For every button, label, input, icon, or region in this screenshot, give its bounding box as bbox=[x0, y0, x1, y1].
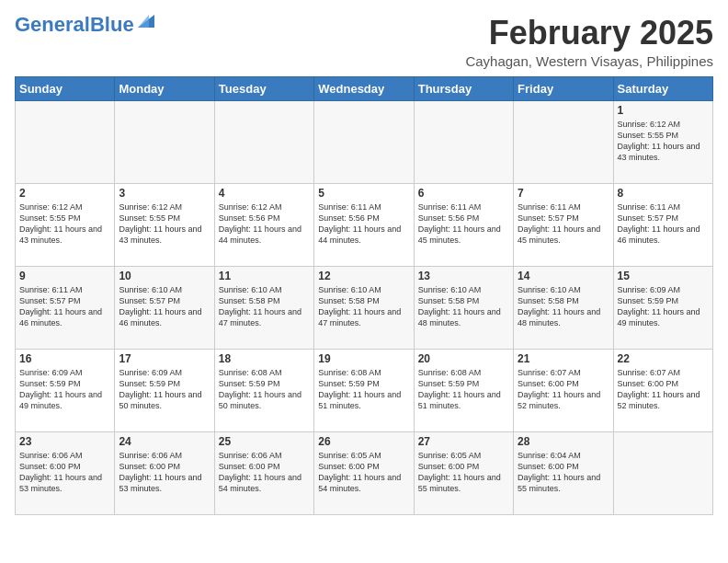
calendar-cell: 3Sunrise: 6:12 AMSunset: 5:55 PMDaylight… bbox=[115, 183, 214, 266]
cell-info: Sunrise: 6:05 AMSunset: 6:00 PMDaylight:… bbox=[418, 451, 501, 493]
day-number: 5 bbox=[318, 187, 409, 200]
cell-info: Sunrise: 6:08 AMSunset: 5:59 PMDaylight:… bbox=[219, 368, 301, 410]
logo: GeneralBlue bbox=[15, 15, 156, 35]
day-number: 18 bbox=[219, 352, 310, 365]
calendar-cell: 13Sunrise: 6:10 AMSunset: 5:58 PMDayligh… bbox=[414, 266, 513, 349]
cell-info: Sunrise: 6:10 AMSunset: 5:58 PMDaylight:… bbox=[518, 285, 600, 327]
cell-info: Sunrise: 6:07 AMSunset: 6:00 PMDaylight:… bbox=[618, 368, 700, 410]
day-number: 23 bbox=[19, 435, 110, 448]
page-header: GeneralBlue February 2025 Cayhagan, West… bbox=[15, 15, 713, 69]
calendar-cell: 11Sunrise: 6:10 AMSunset: 5:58 PMDayligh… bbox=[214, 266, 313, 349]
calendar-cell: 12Sunrise: 6:10 AMSunset: 5:58 PMDayligh… bbox=[314, 266, 414, 349]
calendar-cell: 22Sunrise: 6:07 AMSunset: 6:00 PMDayligh… bbox=[613, 349, 712, 431]
cell-info: Sunrise: 6:09 AMSunset: 5:59 PMDaylight:… bbox=[119, 368, 201, 410]
calendar-week-row: 2Sunrise: 6:12 AMSunset: 5:55 PMDaylight… bbox=[16, 183, 713, 266]
calendar-cell: 19Sunrise: 6:08 AMSunset: 5:59 PMDayligh… bbox=[314, 349, 414, 431]
calendar-cell: 14Sunrise: 6:10 AMSunset: 5:58 PMDayligh… bbox=[514, 266, 613, 349]
calendar-cell: 20Sunrise: 6:08 AMSunset: 5:59 PMDayligh… bbox=[414, 349, 513, 431]
calendar-cell: 15Sunrise: 6:09 AMSunset: 5:59 PMDayligh… bbox=[613, 266, 712, 349]
calendar-cell: 4Sunrise: 6:12 AMSunset: 5:56 PMDaylight… bbox=[214, 183, 313, 266]
day-number: 24 bbox=[119, 435, 210, 448]
day-number: 14 bbox=[518, 270, 609, 282]
calendar-cell bbox=[414, 100, 513, 183]
cell-info: Sunrise: 6:07 AMSunset: 6:00 PMDaylight:… bbox=[518, 368, 600, 410]
cell-info: Sunrise: 6:11 AMSunset: 5:56 PMDaylight:… bbox=[418, 202, 501, 245]
cell-info: Sunrise: 6:08 AMSunset: 5:59 PMDaylight:… bbox=[318, 368, 401, 410]
cell-info: Sunrise: 6:11 AMSunset: 5:57 PMDaylight:… bbox=[19, 285, 102, 327]
day-number: 28 bbox=[518, 435, 609, 448]
weekday-header-friday: Friday bbox=[514, 76, 613, 100]
day-number: 8 bbox=[618, 187, 709, 200]
cell-info: Sunrise: 6:06 AMSunset: 6:00 PMDaylight:… bbox=[19, 451, 102, 493]
day-number: 1 bbox=[618, 104, 709, 117]
cell-info: Sunrise: 6:09 AMSunset: 5:59 PMDaylight:… bbox=[618, 285, 700, 327]
cell-info: Sunrise: 6:10 AMSunset: 5:58 PMDaylight:… bbox=[219, 285, 301, 327]
calendar-cell bbox=[314, 100, 414, 183]
day-number: 3 bbox=[119, 187, 210, 200]
day-number: 16 bbox=[19, 352, 110, 365]
weekday-header-wednesday: Wednesday bbox=[314, 76, 414, 100]
cell-info: Sunrise: 6:09 AMSunset: 5:59 PMDaylight:… bbox=[19, 368, 102, 410]
day-number: 19 bbox=[318, 352, 409, 365]
calendar-cell: 17Sunrise: 6:09 AMSunset: 5:59 PMDayligh… bbox=[115, 349, 214, 431]
calendar-cell bbox=[514, 100, 613, 183]
calendar-cell: 7Sunrise: 6:11 AMSunset: 5:57 PMDaylight… bbox=[514, 183, 613, 266]
weekday-header-saturday: Saturday bbox=[613, 76, 712, 100]
calendar-cell: 18Sunrise: 6:08 AMSunset: 5:59 PMDayligh… bbox=[214, 349, 313, 431]
cell-info: Sunrise: 6:10 AMSunset: 5:58 PMDaylight:… bbox=[418, 285, 501, 327]
cell-info: Sunrise: 6:12 AMSunset: 5:55 PMDaylight:… bbox=[618, 120, 700, 162]
title-block: February 2025 Cayhagan, Western Visayas,… bbox=[465, 15, 713, 69]
day-number: 22 bbox=[618, 352, 709, 365]
day-number: 21 bbox=[518, 352, 609, 365]
calendar-cell: 28Sunrise: 6:04 AMSunset: 6:00 PMDayligh… bbox=[514, 431, 613, 514]
day-number: 26 bbox=[318, 435, 409, 448]
calendar-cell: 21Sunrise: 6:07 AMSunset: 6:00 PMDayligh… bbox=[514, 349, 613, 431]
day-number: 13 bbox=[418, 270, 509, 282]
day-number: 4 bbox=[219, 187, 310, 200]
calendar-cell: 9Sunrise: 6:11 AMSunset: 5:57 PMDaylight… bbox=[16, 266, 115, 349]
calendar-cell bbox=[115, 100, 214, 183]
svg-marker-1 bbox=[138, 15, 149, 28]
day-number: 9 bbox=[19, 270, 110, 282]
calendar-cell bbox=[16, 100, 115, 183]
calendar-week-row: 1Sunrise: 6:12 AMSunset: 5:55 PMDaylight… bbox=[16, 100, 713, 183]
cell-info: Sunrise: 6:08 AMSunset: 5:59 PMDaylight:… bbox=[418, 368, 501, 410]
calendar-table: SundayMondayTuesdayWednesdayThursdayFrid… bbox=[15, 76, 713, 515]
day-number: 17 bbox=[119, 352, 210, 365]
weekday-header-sunday: Sunday bbox=[16, 76, 115, 100]
calendar-cell bbox=[214, 100, 313, 183]
day-number: 12 bbox=[318, 270, 409, 282]
cell-info: Sunrise: 6:11 AMSunset: 5:57 PMDaylight:… bbox=[518, 202, 600, 245]
logo-wing-icon bbox=[136, 11, 156, 31]
cell-info: Sunrise: 6:11 AMSunset: 5:57 PMDaylight:… bbox=[618, 202, 700, 245]
month-title: February 2025 bbox=[465, 15, 713, 52]
cell-info: Sunrise: 6:12 AMSunset: 5:55 PMDaylight:… bbox=[119, 202, 201, 245]
cell-info: Sunrise: 6:06 AMSunset: 6:00 PMDaylight:… bbox=[119, 451, 201, 493]
calendar-cell bbox=[613, 431, 712, 514]
calendar-cell: 16Sunrise: 6:09 AMSunset: 5:59 PMDayligh… bbox=[16, 349, 115, 431]
calendar-cell: 24Sunrise: 6:06 AMSunset: 6:00 PMDayligh… bbox=[115, 431, 214, 514]
day-number: 10 bbox=[119, 270, 210, 282]
day-number: 2 bbox=[19, 187, 110, 200]
cell-info: Sunrise: 6:12 AMSunset: 5:55 PMDaylight:… bbox=[19, 202, 102, 245]
calendar-week-row: 23Sunrise: 6:06 AMSunset: 6:00 PMDayligh… bbox=[16, 431, 713, 514]
calendar-cell: 6Sunrise: 6:11 AMSunset: 5:56 PMDaylight… bbox=[414, 183, 513, 266]
calendar-week-row: 16Sunrise: 6:09 AMSunset: 5:59 PMDayligh… bbox=[16, 349, 713, 431]
calendar-cell: 1Sunrise: 6:12 AMSunset: 5:55 PMDaylight… bbox=[613, 100, 712, 183]
calendar-cell: 2Sunrise: 6:12 AMSunset: 5:55 PMDaylight… bbox=[16, 183, 115, 266]
cell-info: Sunrise: 6:11 AMSunset: 5:56 PMDaylight:… bbox=[318, 202, 401, 245]
cell-info: Sunrise: 6:10 AMSunset: 5:57 PMDaylight:… bbox=[119, 285, 201, 327]
calendar-cell: 8Sunrise: 6:11 AMSunset: 5:57 PMDaylight… bbox=[613, 183, 712, 266]
cell-info: Sunrise: 6:05 AMSunset: 6:00 PMDaylight:… bbox=[318, 451, 401, 493]
weekday-header-monday: Monday bbox=[115, 76, 214, 100]
cell-info: Sunrise: 6:06 AMSunset: 6:00 PMDaylight:… bbox=[219, 451, 301, 493]
calendar-week-row: 9Sunrise: 6:11 AMSunset: 5:57 PMDaylight… bbox=[16, 266, 713, 349]
calendar-cell: 26Sunrise: 6:05 AMSunset: 6:00 PMDayligh… bbox=[314, 431, 414, 514]
weekday-header-tuesday: Tuesday bbox=[214, 76, 313, 100]
calendar-cell: 25Sunrise: 6:06 AMSunset: 6:00 PMDayligh… bbox=[214, 431, 313, 514]
weekday-header-thursday: Thursday bbox=[414, 76, 513, 100]
calendar-cell: 23Sunrise: 6:06 AMSunset: 6:00 PMDayligh… bbox=[16, 431, 115, 514]
day-number: 25 bbox=[219, 435, 310, 448]
cell-info: Sunrise: 6:10 AMSunset: 5:58 PMDaylight:… bbox=[318, 285, 401, 327]
calendar-cell: 10Sunrise: 6:10 AMSunset: 5:57 PMDayligh… bbox=[115, 266, 214, 349]
